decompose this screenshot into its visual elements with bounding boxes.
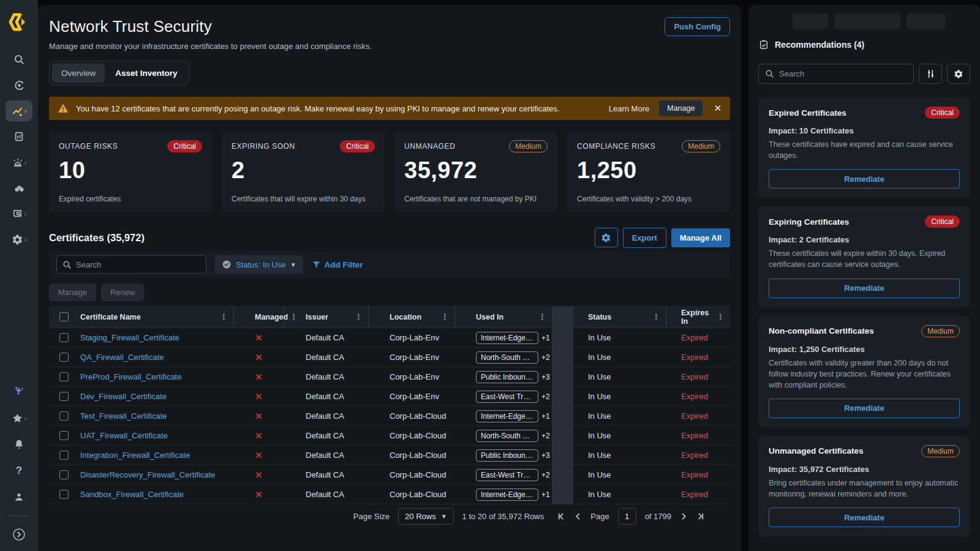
certificate-name-link[interactable]: Dev_Firewall_Certificate: [80, 392, 167, 401]
page-size-select[interactable]: 20 Rows ▼: [398, 508, 453, 525]
certificate-name-link[interactable]: QA_Firewall_Certificate: [80, 353, 164, 362]
recommendation-title: Non-compliant Certificates: [769, 326, 874, 335]
remediate-button[interactable]: Remediate: [769, 508, 960, 527]
status-filter-chip[interactable]: Status: In Use ▼: [215, 255, 303, 274]
row-checkbox[interactable]: [59, 490, 69, 499]
incidents-icon[interactable]: ›: [6, 152, 32, 173]
push-config-button[interactable]: Push Config: [665, 17, 730, 36]
status-cell: In Use: [573, 392, 666, 401]
column-menu-icon[interactable]: ⋮: [218, 312, 230, 321]
user-icon[interactable]: [6, 487, 32, 508]
row-checkbox[interactable]: [59, 392, 69, 401]
notifications-icon[interactable]: [6, 434, 32, 455]
table-settings-button[interactable]: [595, 228, 618, 247]
page-subtitle: Manage and monitor your infrastructure c…: [49, 42, 372, 51]
column-menu-icon[interactable]: ⋮: [715, 312, 726, 321]
table-row[interactable]: Dev_Firewall_Certificate ✕ Default CA Co…: [49, 387, 730, 407]
column-menu-icon[interactable]: ⋮: [537, 312, 548, 321]
used-in-cell: Internet-Edge-TLS+1: [455, 410, 552, 422]
row-checkbox[interactable]: [59, 451, 69, 460]
discover-icon[interactable]: [6, 178, 32, 198]
row-range-text: 1 to 20 of 35,972 Rows: [462, 512, 545, 521]
table-row[interactable]: UAT_Firewall_Certificate ✕ Default CA Co…: [49, 426, 730, 446]
export-button[interactable]: Export: [623, 228, 666, 248]
issuer-cell: Default CA: [285, 451, 369, 460]
close-icon[interactable]: ✕: [714, 103, 722, 114]
tab-asset-inventory[interactable]: Asset Inventory: [106, 64, 186, 83]
settings-icon[interactable]: ›: [6, 229, 32, 250]
manage-all-button[interactable]: Manage All: [671, 228, 730, 247]
not-managed-icon: ✕: [255, 411, 263, 421]
column-menu-icon[interactable]: ⋮: [650, 312, 662, 321]
recommendations-settings-button[interactable]: [947, 64, 970, 84]
next-page-icon[interactable]: [680, 512, 688, 520]
row-checkbox[interactable]: [59, 333, 69, 342]
certificate-name-link[interactable]: Integration_Firewall_Certificate: [80, 451, 190, 460]
last-page-icon[interactable]: [696, 512, 704, 520]
row-checkbox[interactable]: [59, 431, 69, 440]
reports-icon[interactable]: [6, 126, 32, 147]
favorites-icon[interactable]: ›: [6, 408, 32, 429]
recommendation-description: These certificates will expire within 30…: [769, 248, 960, 270]
certificate-name-link[interactable]: Test_Firewall_Certificate: [80, 411, 167, 421]
table-scrollbar-track[interactable]: [552, 306, 573, 504]
operations-icon[interactable]: ›: [6, 203, 32, 224]
ai-copilot-icon[interactable]: [6, 381, 32, 402]
table-search[interactable]: [56, 255, 206, 274]
certificate-name-link[interactable]: Staging_Firewall_Certificate: [80, 333, 179, 342]
used-in-chip: North-South Traf...: [476, 430, 538, 442]
recommendations-search-input[interactable]: [779, 69, 907, 78]
row-checkbox[interactable]: [59, 372, 69, 381]
remediate-button[interactable]: Remediate: [769, 279, 960, 298]
previous-page-icon[interactable]: [574, 512, 582, 520]
used-in-chip: Public Inbound W...: [476, 449, 538, 462]
row-checkbox[interactable]: [59, 353, 69, 362]
help-icon[interactable]: ?: [6, 460, 32, 481]
table-row[interactable]: PreProd_Firewall_Certificate ✕ Default C…: [49, 367, 730, 387]
table-row[interactable]: Test_Firewall_Certificate ✕ Default CA C…: [49, 407, 730, 426]
add-filter-button[interactable]: Add Filter: [312, 260, 363, 269]
collapse-icon[interactable]: [6, 524, 32, 545]
tab-overview[interactable]: Overview: [52, 64, 105, 83]
page-number-input[interactable]: [618, 508, 636, 525]
column-menu-icon[interactable]: ⋮: [353, 312, 364, 321]
remediate-button[interactable]: Remediate: [769, 399, 960, 418]
renew-selected-button[interactable]: Renew: [101, 283, 144, 301]
row-checkbox[interactable]: [59, 411, 69, 421]
table-row[interactable]: QA_Firewall_Certificate ✕ Default CA Cor…: [49, 348, 730, 367]
column-header-expires-in: Expires In: [681, 309, 715, 326]
not-managed-icon: ✕: [255, 489, 263, 500]
issuer-cell: Default CA: [285, 490, 369, 499]
expires-in-cell: Expired: [666, 431, 730, 440]
used-in-chip: North-South Traf...: [476, 351, 538, 364]
recommendations-search[interactable]: [758, 64, 914, 84]
certificate-name-link[interactable]: DisasterRecovery_Firewall_Certificate: [80, 470, 215, 479]
certificate-name-link[interactable]: PreProd_Firewall_Certificate: [80, 372, 181, 381]
first-page-icon[interactable]: [557, 512, 565, 520]
certificates-icon[interactable]: ›: [6, 100, 32, 121]
recommendation-description: Certificates with validity greater than …: [769, 358, 960, 391]
search-icon[interactable]: [6, 49, 32, 70]
table-search-input[interactable]: [76, 260, 200, 269]
column-menu-icon[interactable]: ⋮: [439, 312, 451, 321]
issuer-cell: Default CA: [285, 470, 369, 479]
certificate-name-link[interactable]: Sandbox_Firewall_Certificate: [80, 490, 184, 499]
table-row[interactable]: Sandbox_Firewall_Certificate ✕ Default C…: [49, 485, 730, 504]
target-icon[interactable]: [6, 75, 32, 96]
learn-more-link[interactable]: Learn More: [609, 104, 649, 113]
stat-card: EXPIRING SOON Critical 2 Certificates th…: [222, 131, 385, 212]
brand-logo-icon[interactable]: [8, 11, 30, 33]
filter-sliders-button[interactable]: [919, 64, 942, 84]
used-in-cell: East-West Traffic...+2: [455, 469, 552, 481]
table-row[interactable]: DisasterRecovery_Firewall_Certificate ✕ …: [49, 465, 730, 485]
gear-icon: [601, 233, 611, 243]
table-row[interactable]: Integration_Firewall_Certificate ✕ Defau…: [49, 446, 730, 465]
banner-manage-button[interactable]: Manage: [659, 100, 703, 116]
remediate-button[interactable]: Remediate: [769, 169, 960, 189]
certificate-name-link[interactable]: UAT_Firewall_Certificate: [80, 431, 168, 440]
expires-in-cell: Expired: [666, 470, 730, 479]
manage-selected-button[interactable]: Manage: [49, 283, 96, 301]
row-checkbox[interactable]: [59, 470, 69, 479]
table-row[interactable]: Staging_Firewall_Certificate ✕ Default C…: [49, 328, 730, 348]
select-all-checkbox[interactable]: [59, 312, 69, 321]
